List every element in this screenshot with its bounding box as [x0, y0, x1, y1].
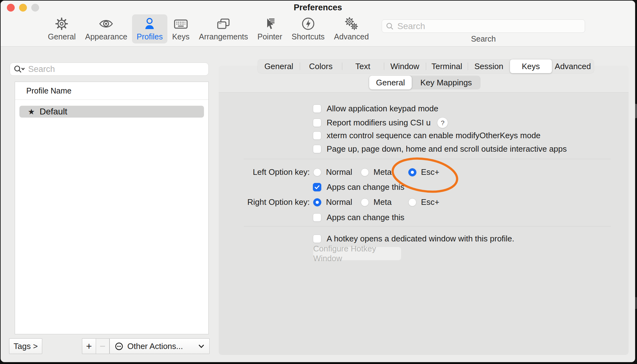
checkbox-unchecked[interactable] [313, 235, 321, 243]
help-button[interactable]: ? [437, 117, 448, 128]
remove-profile-button[interactable]: − [96, 338, 110, 354]
checkbox-unchecked[interactable] [313, 119, 321, 127]
radio-option-normal-selected[interactable]: Normal [313, 197, 352, 207]
checkbox-row-modify-other-keys[interactable]: xterm control sequence can enable modify… [313, 131, 541, 140]
toolbar-label: Keys [172, 32, 190, 41]
right-option-key-label: Right Option key: [232, 197, 310, 207]
profile-list: Profile Name ★ Default [15, 82, 209, 334]
tab-text[interactable]: Text [342, 59, 384, 73]
checkbox-row-page-scroll[interactable]: Page up, page down, home and end scroll … [313, 144, 567, 154]
radio-unselected[interactable] [408, 198, 416, 206]
checkbox-label: Apps can change this [327, 182, 405, 192]
checkbox-label: Page up, page down, home and end scroll … [327, 144, 567, 154]
keyboard-icon [173, 16, 188, 31]
checkbox-unchecked[interactable] [313, 131, 321, 140]
profile-row-default[interactable]: ★ Default [19, 106, 204, 118]
chevron-down-icon [198, 344, 204, 348]
toolbar-item-arrangements[interactable]: Arrangements [194, 14, 253, 43]
toolbar-item-shortcuts[interactable]: Shortcuts [287, 14, 329, 43]
radio-option-esc[interactable]: Esc+ [408, 197, 440, 207]
tab-session[interactable]: Session [468, 59, 510, 73]
radio-option-meta[interactable]: Meta [361, 167, 392, 177]
checkbox-unchecked[interactable] [313, 213, 321, 222]
other-actions-dropdown[interactable]: Other Actions... [110, 338, 210, 354]
checkmark-icon [314, 184, 320, 190]
gears-icon [344, 16, 359, 31]
hotkey-checkbox-row[interactable]: A hotkey opens a dedicated window with t… [313, 234, 514, 244]
left-apps-can-change-row[interactable]: Apps can change this [313, 182, 405, 192]
checkbox-label: A hotkey opens a dedicated window with t… [327, 234, 514, 244]
radio-unselected[interactable] [361, 198, 369, 206]
tab-colors[interactable]: Colors [300, 59, 342, 73]
toolbar-label: Profiles [137, 32, 163, 41]
toolbar-search-label: Search [382, 34, 585, 43]
checkbox-row-keypad-mode[interactable]: Allow application keypad mode [313, 104, 438, 114]
toolbar: General Appearance [43, 14, 374, 43]
checkbox-label: Report modifiers using CSI u [327, 118, 431, 128]
toolbar-label: Advanced [334, 32, 369, 41]
checkbox-checked[interactable] [313, 183, 321, 191]
toolbar-item-general[interactable]: General [43, 14, 80, 43]
toolbar-item-profiles[interactable]: Profiles [132, 14, 167, 43]
eye-icon [99, 16, 114, 31]
right-apps-can-change-row[interactable]: Apps can change this [313, 213, 405, 222]
tab-keys[interactable]: Keys [510, 59, 552, 73]
radio-option-normal[interactable]: Normal [313, 167, 352, 177]
ellipsis-circle-icon [115, 342, 123, 351]
toolbar-item-keys[interactable]: Keys [167, 14, 194, 43]
radio-unselected[interactable] [313, 168, 321, 176]
tab-window[interactable]: Window [384, 59, 426, 73]
screenshot-stage: Preferences [0, 0, 637, 364]
left-option-key-label: Left Option key: [232, 167, 310, 177]
search-icon [386, 22, 394, 30]
subtab-key-mappings[interactable]: Key Mappings [412, 76, 481, 89]
profile-tabs: General Colors Text Window Terminal Sess… [258, 59, 594, 73]
right-option-radio-group: Normal Meta Esc+ [313, 197, 439, 207]
checkbox-row-csi-u[interactable]: Report modifiers using CSI u ? [313, 117, 448, 128]
profile-list-header: Profile Name [15, 82, 208, 100]
toolbar-label: Shortcuts [292, 32, 325, 41]
toolbar-label: Appearance [85, 32, 127, 41]
toolbar-item-appearance[interactable]: Appearance [80, 14, 132, 43]
titlebar-toolbar: Preferences [1, 1, 635, 47]
cursor-icon [262, 16, 277, 31]
checkbox-label: xterm control sequence can enable modify… [327, 131, 541, 140]
divider [244, 226, 611, 226]
lightning-icon [301, 16, 316, 31]
profile-search-input[interactable] [28, 64, 198, 74]
keys-subtabs: General Key Mappings [369, 76, 481, 89]
checkbox-label: Apps can change this [327, 213, 405, 222]
default-star-icon: ★ [28, 107, 35, 116]
person-icon [142, 16, 157, 31]
tab-advanced[interactable]: Advanced [552, 59, 594, 73]
tab-general[interactable]: General [258, 59, 300, 73]
add-profile-button[interactable]: + [82, 338, 96, 354]
tab-terminal[interactable]: Terminal [426, 59, 468, 73]
toolbar-item-advanced[interactable]: Advanced [329, 14, 374, 43]
other-actions-label: Other Actions... [127, 341, 183, 351]
radio-option-meta[interactable]: Meta [361, 197, 392, 207]
toolbar-search-input[interactable] [397, 21, 573, 32]
divider [244, 159, 611, 159]
toolbar-label: Pointer [257, 32, 282, 41]
configure-hotkey-window-button: Configure Hotkey Window [313, 247, 401, 260]
subtab-general[interactable]: General [369, 76, 412, 89]
radio-option-esc-selected[interactable]: Esc+ [408, 167, 440, 177]
window-title: Preferences [1, 3, 635, 13]
windows-icon [216, 16, 231, 31]
checkbox-label: Allow application keypad mode [327, 104, 438, 114]
toolbar-search-field[interactable] [382, 19, 585, 33]
profile-name: Default [39, 107, 67, 117]
gear-icon [54, 16, 69, 31]
tags-button[interactable]: Tags > [9, 338, 42, 354]
toolbar-label: General [48, 32, 76, 41]
checkbox-unchecked[interactable] [313, 145, 321, 153]
search-scope-icon [13, 65, 26, 73]
radio-unselected[interactable] [361, 168, 369, 176]
profile-search-field[interactable] [10, 63, 209, 76]
checkbox-unchecked[interactable] [313, 104, 321, 113]
radio-selected[interactable] [313, 198, 321, 206]
toolbar-label: Arrangements [199, 32, 248, 41]
radio-selected[interactable] [408, 168, 416, 176]
toolbar-item-pointer[interactable]: Pointer [253, 14, 287, 43]
